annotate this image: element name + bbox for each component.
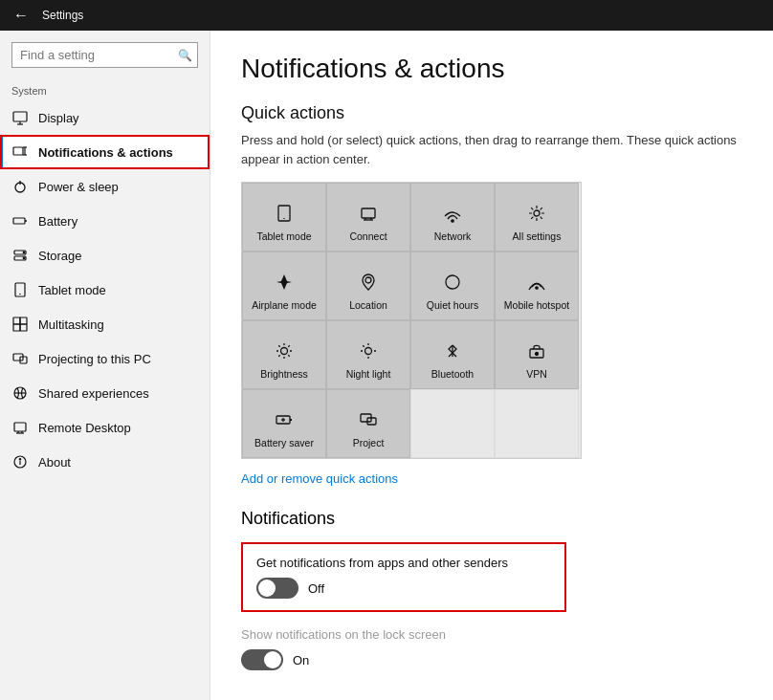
svg-rect-9 (13, 218, 25, 224)
qa-label-connect: Connect (349, 230, 386, 243)
search-input[interactable] (11, 42, 198, 68)
qa-label-airplane: Airplane mode (252, 299, 317, 312)
qa-tile-network[interactable]: Network (410, 183, 495, 252)
tablet-icon (11, 281, 29, 298)
page-title: Notifications & actions (241, 54, 742, 84)
sidebar-item-label-power: Power & sleep (38, 180, 119, 194)
sidebar-item-label-projecting: Projecting to this PC (38, 352, 151, 366)
qa-label-project: Project (353, 437, 385, 449)
projecting-icon (11, 350, 29, 367)
sidebar-item-label-shared: Shared experiences (38, 386, 149, 401)
svg-rect-20 (20, 324, 27, 331)
quick-actions-desc: Press and hold (or select) quick actions… (241, 131, 742, 168)
svg-rect-0 (13, 112, 27, 121)
qa-tile-night-light[interactable]: Night light (326, 320, 410, 389)
content-area: Notifications & actions Quick actions Pr… (210, 31, 773, 700)
lock-screen-toggle-row: Show notifications on the lock screen On (241, 622, 742, 676)
svg-rect-25 (14, 423, 26, 431)
qa-icon-all-settings (527, 204, 546, 227)
sidebar-item-power[interactable]: Power & sleep (0, 169, 210, 204)
sidebar-item-notifications[interactable]: Notifications & actions (0, 135, 210, 169)
qa-icon-vpn (527, 341, 546, 364)
qa-icon-network (443, 204, 462, 227)
sidebar-item-about[interactable]: About (0, 445, 210, 479)
sidebar-item-label-battery: Battery (38, 214, 77, 229)
qa-icon-location (359, 273, 378, 295)
qa-tile-vpn[interactable]: VPN (495, 320, 579, 389)
svg-line-47 (278, 346, 279, 347)
qa-tile-all-settings[interactable]: All settings (495, 183, 579, 252)
power-icon (11, 178, 29, 195)
qa-label-battery-saver: Battery saver (254, 437, 314, 449)
notifications-title: Notifications (241, 509, 742, 529)
svg-line-50 (278, 356, 279, 357)
svg-line-56 (363, 346, 364, 347)
sidebar-item-battery[interactable]: Battery (0, 204, 210, 238)
quick-actions-title: Quick actions (241, 103, 742, 123)
svg-point-51 (365, 348, 372, 355)
qa-label-tablet-mode: Tablet mode (256, 230, 311, 243)
sidebar-item-multitasking[interactable]: Multitasking (0, 307, 210, 341)
lock-screen-toggle-switch[interactable] (241, 649, 283, 670)
sidebar-item-label-display: Display (38, 111, 79, 125)
qa-icon-night-light (359, 341, 378, 364)
add-remove-link[interactable]: Add or remove quick actions (241, 471, 398, 486)
sidebar-item-projecting[interactable]: Projecting to this PC (0, 341, 210, 376)
qa-tile-battery-saver[interactable]: Battery saver (242, 389, 326, 458)
svg-line-49 (288, 346, 289, 347)
sidebar-item-shared[interactable]: Shared experiences (0, 376, 210, 410)
qa-tile-tablet-mode[interactable]: Tablet mode (242, 183, 326, 252)
back-button[interactable]: ← (8, 2, 34, 29)
qa-icon-mobile-hotspot (527, 273, 546, 295)
battery-icon (11, 212, 29, 230)
svg-point-31 (19, 459, 20, 460)
sidebar-item-display[interactable]: Display (0, 100, 210, 135)
sidebar-items: DisplayNotifications & actionsPower & sl… (0, 100, 210, 479)
svg-rect-34 (362, 208, 375, 218)
svg-rect-19 (13, 324, 20, 331)
lock-screen-toggle-inner: On (241, 649, 742, 670)
main-toggle-switch[interactable] (256, 578, 298, 599)
qa-icon-brightness (275, 341, 294, 364)
svg-line-48 (288, 356, 289, 357)
qa-tile-airplane[interactable]: Airplane mode (242, 252, 326, 320)
qa-label-quiet: Quiet hours (427, 299, 478, 312)
qa-tile-brightness[interactable]: Brightness (242, 320, 326, 389)
qa-label-location: Location (349, 299, 387, 312)
svg-point-42 (281, 348, 288, 355)
qa-tile-connect[interactable]: Connect (326, 183, 410, 252)
svg-point-59 (536, 353, 539, 356)
qa-icon-battery-saver (275, 410, 294, 433)
qa-tile-project[interactable]: Project (326, 389, 410, 458)
svg-rect-17 (13, 317, 20, 324)
shared-icon (11, 384, 29, 402)
sidebar-item-label-notifications: Notifications & actions (38, 145, 173, 160)
lock-screen-toggle-status: On (293, 653, 309, 667)
sidebar-item-storage[interactable]: Storage (0, 238, 210, 273)
qa-label-bluetooth: Bluetooth (431, 368, 474, 381)
svg-point-40 (365, 277, 371, 283)
qa-tile-mobile-hotspot[interactable]: Mobile hotspot (495, 252, 579, 320)
qa-tile-empty2 (495, 389, 579, 458)
lock-screen-toggle-knob (264, 651, 281, 668)
storage-icon (11, 247, 29, 264)
svg-rect-18 (20, 317, 27, 324)
svg-point-41 (536, 287, 538, 289)
qa-tile-location[interactable]: Location (326, 252, 410, 320)
sidebar: 🔍 System DisplayNotifications & actionsP… (0, 31, 210, 700)
main-toggle-inner: Off (256, 578, 551, 599)
sidebar-item-remote[interactable]: Remote Desktop (0, 410, 210, 445)
qa-icon-project (359, 410, 378, 433)
main-toggle-status: Off (308, 581, 324, 596)
qa-tile-bluetooth[interactable]: Bluetooth (410, 320, 495, 389)
qa-label-vpn: VPN (526, 368, 547, 381)
title-bar: ← Settings (0, 0, 773, 31)
qa-icon-quiet (443, 273, 462, 295)
qa-tile-quiet[interactable]: Quiet hours (410, 252, 495, 320)
qa-label-all-settings: All settings (513, 230, 562, 243)
sidebar-item-tablet[interactable]: Tablet mode (0, 273, 210, 307)
main-toggle-knob (258, 580, 276, 597)
svg-point-38 (452, 220, 453, 222)
qa-icon-connect (359, 204, 378, 227)
qa-label-night-light: Night light (346, 368, 391, 381)
